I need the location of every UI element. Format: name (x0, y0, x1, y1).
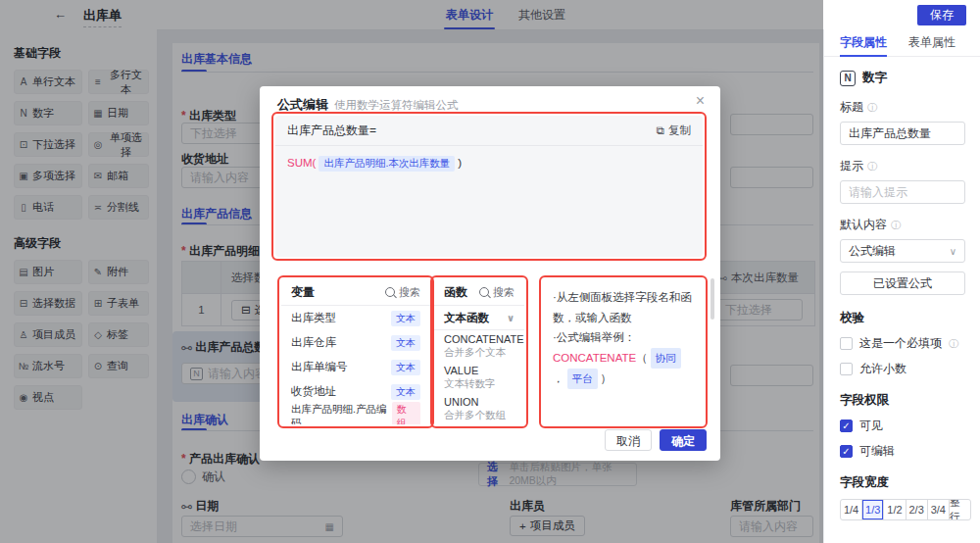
variables-panel: 变量 搜索 出库类型文本 出库仓库文本 出库单编号文本 收货地址文本 出库产品明… (281, 279, 430, 424)
variable-item[interactable]: 出库产品明细.产品编码数组 (281, 404, 430, 424)
function-name: CONCATENATE (444, 333, 514, 345)
formula-editor-modal: 公式编辑 使用数学运算符编辑公式 × 出库产品总数量= ⧉复制 SUM(出库产品… (260, 86, 720, 461)
type-badge: 数组 (392, 402, 420, 425)
default-content-select[interactable]: 公式编辑 ∨ (840, 239, 965, 263)
required-check-row: 这是一个必填项 ⓘ (840, 335, 965, 352)
formula-header: 出库产品总数量= ⧉复制 (275, 116, 703, 146)
functions-header: 函数 搜索 (434, 279, 524, 306)
default-content-label: 默认内容ⓘ (840, 217, 965, 233)
checkbox-checked[interactable]: ✓ (840, 420, 853, 432)
example-chip: 协同 (651, 348, 681, 369)
copy-button[interactable]: ⧉复制 (657, 123, 691, 138)
search-label: 搜索 (493, 285, 514, 300)
variable-item[interactable]: 收货地址文本 (281, 379, 430, 404)
checkbox-unchecked[interactable] (840, 363, 853, 375)
help-line-2-prefix: 公式编辑举例： (557, 331, 636, 343)
annotation-help-panel: ·从左侧面板选择字段名和函数，或输入函数 ·公式编辑举例：CONCATENATE… (539, 275, 708, 428)
formula-target: 出库产品总数量= (287, 123, 376, 139)
formula-expression[interactable]: SUM(出库产品明细.本次出库数量) (275, 146, 703, 181)
variable-name: 出库产品明细.产品编码 (291, 403, 392, 425)
formula-set-button[interactable]: 已设置公式 (840, 272, 965, 295)
allow-decimal-check-row: 允许小数 (840, 361, 965, 377)
search-icon (479, 287, 489, 297)
width-option-1-3[interactable]: 1/3 (862, 500, 884, 519)
app-root: ← 出库单 表单设计 其他设置 保存 基础字段 A单行文本 ≡多行文本 N数字 … (0, 0, 980, 543)
function-category: 文本函数 (444, 311, 489, 325)
width-option-full[interactable]: 整行 (950, 500, 970, 519)
checkbox-checked[interactable]: ✓ (840, 445, 853, 458)
cancel-button[interactable]: 取消 (605, 429, 652, 451)
function-desc: 合并多个数组 (444, 409, 514, 422)
function-category-select[interactable]: 文本函数 ∨ (434, 306, 524, 330)
function-name: UNION (444, 396, 514, 408)
open-paren: （ (636, 352, 648, 364)
type-badge: 文本 (391, 384, 420, 400)
width-option-3-4[interactable]: 3/4 (928, 500, 950, 519)
width-option-1-4[interactable]: 1/4 (841, 500, 862, 519)
copy-label: 复制 (668, 123, 691, 138)
help-example-function: CONCATENATE (553, 352, 636, 364)
function-name: VALUE (444, 365, 514, 376)
width-option-2-3[interactable]: 2/3 (906, 500, 928, 519)
example-chip: 平台 (567, 369, 598, 389)
field-type-row: N 数字 (840, 70, 965, 86)
visible-label: 可见 (859, 418, 883, 434)
allow-decimal-label: 允许小数 (859, 361, 906, 377)
title-label-text: 标题 (840, 99, 863, 116)
functions-panel: 函数 搜索 文本函数 ∨ CONCATENATE合并多个文本 VALUE文本转数… (434, 279, 524, 424)
type-badge: 文本 (391, 335, 420, 351)
modal-footer: 取消 确定 (605, 429, 707, 451)
help-line-2: ·公式编辑举例：CONCATENATE（协同，平台） (553, 327, 694, 388)
comma: ， (553, 372, 564, 384)
variable-item[interactable]: 出库单编号文本 (281, 355, 430, 379)
variables-search[interactable]: 搜索 (385, 285, 420, 300)
close-icon[interactable]: × (696, 92, 705, 110)
help-panel: ·从左侧面板选择字段名和函数，或输入函数 ·公式编辑举例：CONCATENATE… (543, 279, 704, 424)
function-item[interactable]: UNION合并多个数组 (434, 393, 524, 424)
confirm-button[interactable]: 确定 (660, 429, 707, 451)
variable-item[interactable]: 出库类型文本 (281, 306, 430, 330)
modal-scrollbar[interactable] (710, 278, 714, 320)
function-item[interactable]: CONCATENATE合并多个文本 (434, 330, 524, 362)
variable-name: 出库仓库 (291, 335, 336, 350)
title-input[interactable] (840, 122, 965, 145)
formula-field-chip[interactable]: 出库产品明细.本次出库数量 (318, 156, 455, 172)
tab-field-properties[interactable]: 字段属性 (840, 29, 887, 56)
help-line-1-text: 从左侧面板选择字段名和函数，或输入函数 (553, 291, 692, 323)
save-button[interactable]: 保存 (917, 5, 966, 25)
function-desc: 文本转数字 (444, 377, 514, 391)
functions-search[interactable]: 搜索 (479, 285, 514, 300)
required-label: 这是一个必填项 (859, 335, 942, 352)
properties-tabs: 字段属性 表单属性 (824, 29, 980, 57)
modal-subtitle: 使用数学运算符编辑公式 (334, 98, 459, 113)
variable-item[interactable]: 出库仓库文本 (281, 330, 430, 355)
variables-title: 变量 (291, 284, 315, 301)
formula-close-paren: ) (458, 157, 462, 169)
functions-title: 函数 (444, 284, 467, 301)
permission-title: 字段权限 (840, 392, 965, 409)
info-icon: ⓘ (867, 160, 877, 173)
copy-icon: ⧉ (657, 124, 664, 137)
chevron-down-icon: ∨ (950, 246, 956, 257)
properties-panel: 字段属性 表单属性 N 数字 标题ⓘ 提示ⓘ 默认内容ⓘ 公式编辑 ∨ 已设置公… (823, 29, 980, 543)
hint-input[interactable] (840, 180, 965, 204)
formula-editor-area[interactable]: 出库产品总数量= ⧉复制 SUM(出库产品明细.本次出库数量) (275, 116, 703, 257)
info-icon: ⓘ (867, 101, 877, 115)
function-item[interactable]: VALUE文本转数字 (434, 362, 524, 393)
tab-form-properties[interactable]: 表单属性 (908, 29, 956, 56)
hint-label-text: 提示 (840, 158, 863, 174)
variable-name: 收货地址 (291, 384, 336, 399)
hint-label: 提示ⓘ (840, 158, 965, 174)
variables-header: 变量 搜索 (281, 279, 430, 306)
visible-check-row: ✓ 可见 (840, 418, 965, 434)
checkbox-unchecked[interactable] (840, 337, 853, 350)
type-badge: 文本 (391, 360, 420, 375)
properties-body: N 数字 标题ⓘ 提示ⓘ 默认内容ⓘ 公式编辑 ∨ 已设置公式 校验 这是一个必… (824, 70, 980, 520)
editable-check-row: ✓ 可编辑 (840, 443, 965, 460)
chevron-down-icon: ∨ (507, 313, 514, 323)
width-option-1-2[interactable]: 1/2 (884, 500, 906, 519)
variable-name: 出库单编号 (291, 360, 348, 374)
default-content-value: 公式编辑 (849, 243, 896, 260)
type-badge: 文本 (391, 311, 420, 326)
help-line-1: ·从左侧面板选择字段名和函数，或输入函数 (553, 287, 694, 327)
